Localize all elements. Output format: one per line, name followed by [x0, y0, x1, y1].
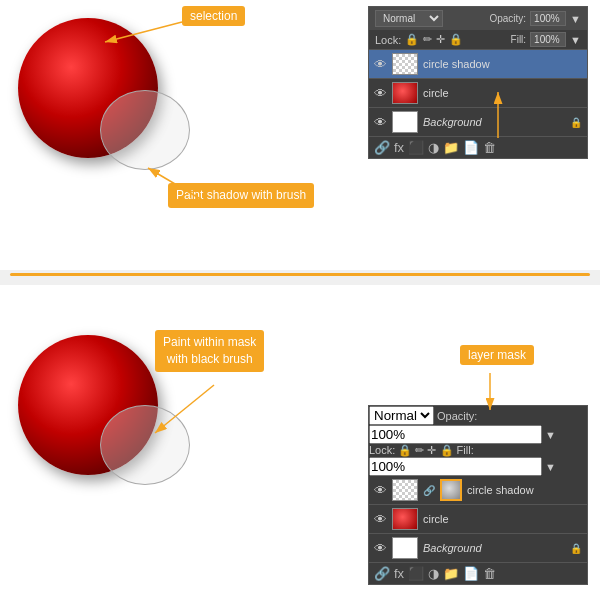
panel-bottom-bar-top: 🔗 fx ⬛ ◑ 📁 📄 🗑 — [369, 137, 587, 158]
fill-input-top[interactable] — [530, 32, 566, 47]
layer-mask-thumb[interactable] — [440, 479, 462, 501]
layer-row-background-bottom[interactable]: 👁 Background 🔒 — [369, 534, 587, 563]
fx-icon: fx — [394, 140, 404, 155]
panel-header-bottom: Normal Opacity: ▼ — [369, 406, 587, 444]
blend-mode-select-bottom[interactable]: Normal — [369, 406, 434, 425]
label-shadow-brush: Paint shadow with brush — [168, 183, 314, 208]
blend-mode-select-top[interactable]: Normal — [375, 10, 443, 27]
eye-icon-3[interactable]: 👁 — [374, 115, 387, 130]
lock-icon-1: 🔒 — [405, 33, 419, 46]
adjust-icon: ◑ — [428, 140, 439, 155]
layer-row-circle-shadow-top[interactable]: 👁 circle shadow — [369, 50, 587, 79]
layer-name-circle-shadow-top: circle shadow — [423, 58, 582, 70]
layer-thumb-white-top — [392, 111, 418, 133]
layer-name-background-bottom: Background — [423, 542, 565, 554]
lock-row-top: Lock: 🔒 ✏ ✛ 🔒 Fill: ▼ — [369, 30, 587, 50]
brush-icon: ✏ — [423, 33, 432, 46]
eye-icon-2[interactable]: 👁 — [374, 86, 387, 101]
lock-icon-bg-bottom: 🔒 — [570, 543, 582, 554]
layer-row-circle-top[interactable]: 👁 circle — [369, 79, 587, 108]
opacity-label-bottom: Opacity: — [437, 410, 477, 422]
layer-thumb-checker-bottom — [392, 479, 418, 501]
layer-row-circle-shadow-bottom[interactable]: 👁 🔗 circle shadow — [369, 476, 587, 505]
panel-bottom-bar-bottom: 🔗 fx ⬛ ◑ 📁 📄 🗑 — [369, 563, 587, 584]
opacity-label-top: Opacity: — [489, 13, 526, 24]
layer-name-circle-bottom: circle — [423, 513, 582, 525]
move-icon: ✛ — [436, 33, 445, 46]
move-icon-b: ✛ — [427, 444, 436, 456]
link-icon: 🔗 — [374, 140, 390, 155]
layer-row-circle-bottom[interactable]: 👁 circle — [369, 505, 587, 534]
ps-panel-bottom: Normal Opacity: ▼ Lock: 🔒 ✏ ✛ 🔒 Fill: ▼ … — [368, 405, 588, 585]
layer-name-circle-top: circle — [423, 87, 582, 99]
opacity-input-top[interactable] — [530, 11, 566, 26]
layer-row-background-top[interactable]: 👁 Background 🔒 — [369, 108, 587, 137]
lock-label-top: Lock: — [375, 34, 401, 46]
label-paint-mask: Paint within maskwith black brush — [155, 330, 264, 372]
opacity-input-bottom[interactable] — [369, 425, 542, 444]
folder-icon: 📁 — [443, 140, 459, 155]
bottom-section: Paint within maskwith black brush layer … — [0, 285, 600, 600]
lock-icon-bg-top: 🔒 — [570, 117, 582, 128]
lock-label-bottom: Lock: — [369, 444, 395, 456]
chevron-icon-bottom: ▼ — [545, 429, 556, 441]
ps-panel-top: Normal Opacity: ▼ Lock: 🔒 ✏ ✛ 🔒 Fill: ▼ … — [368, 6, 588, 159]
eye-icon-b3[interactable]: 👁 — [374, 541, 387, 556]
layer-thumb-red-top — [392, 82, 418, 104]
chevron-icon-top: ▼ — [570, 13, 581, 25]
new-layer-icon: 📄 — [463, 140, 479, 155]
label-layer-mask: layer mask — [460, 345, 534, 365]
ellipse-top — [100, 90, 190, 170]
lock-icon-b1: 🔒 — [398, 444, 412, 456]
label-selection: selection — [182, 6, 245, 26]
top-section: selection Paint shadow with brush shadow… — [0, 0, 600, 270]
folder-icon-b: 📁 — [443, 566, 459, 581]
ellipse-bottom — [100, 405, 190, 485]
layer-thumb-checker-top — [392, 53, 418, 75]
link-icon-b: 🔗 — [374, 566, 390, 581]
new-layer-icon-b: 📄 — [463, 566, 479, 581]
chevron-icon-fill-top: ▼ — [570, 34, 581, 46]
mask-icon: ⬛ — [408, 140, 424, 155]
adjust-icon-b: ◑ — [428, 566, 439, 581]
eye-icon-b2[interactable]: 👁 — [374, 512, 387, 527]
mask-icon-b: ⬛ — [408, 566, 424, 581]
layer-thumb-white-bottom — [392, 537, 418, 559]
chevron-icon-fill-bottom: ▼ — [545, 461, 556, 473]
layer-thumb-red-bottom — [392, 508, 418, 530]
fill-label-top: Fill: — [511, 34, 527, 45]
brush-icon-b: ✏ — [415, 444, 424, 456]
lock-row-bottom: Lock: 🔒 ✏ ✛ 🔒 Fill: ▼ — [369, 444, 587, 476]
layer-name-background-top: Background — [423, 116, 565, 128]
layer-name-circle-shadow-bottom: circle shadow — [467, 484, 582, 496]
lock-icon-b2: 🔒 — [440, 444, 454, 456]
fill-label-bottom: Fill: — [457, 444, 474, 456]
lock-icon-2: 🔒 — [449, 33, 463, 46]
fx-icon-b: fx — [394, 566, 404, 581]
panel-header-top: Normal Opacity: ▼ — [369, 7, 587, 30]
trash-icon[interactable]: 🗑 — [483, 140, 496, 155]
fill-input-bottom[interactable] — [369, 457, 542, 476]
eye-icon-b1[interactable]: 👁 — [374, 483, 387, 498]
eye-icon-1[interactable]: 👁 — [374, 57, 387, 72]
trash-icon-b[interactable]: 🗑 — [483, 566, 496, 581]
divider-line — [10, 273, 590, 276]
link-chain-icon: 🔗 — [423, 485, 435, 496]
